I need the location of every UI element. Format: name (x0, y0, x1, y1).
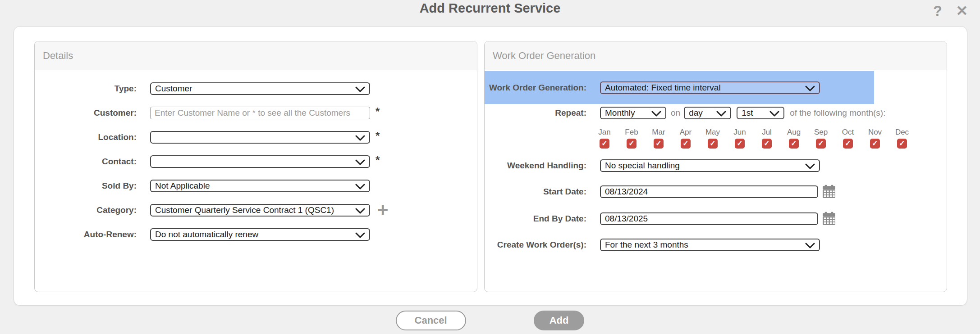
repeat-unit-select[interactable]: day (684, 107, 731, 119)
type-select-value: Customer (155, 83, 192, 94)
customer-input[interactable] (150, 107, 370, 119)
month-jan-checkbox[interactable]: ✓ (600, 139, 609, 149)
month-aug: Aug ✓ (780, 128, 807, 149)
month-apr: Apr ✓ (672, 128, 699, 149)
customer-label: Customer: (35, 107, 137, 119)
chevron-down-icon (355, 208, 365, 214)
month-nov-checkbox[interactable]: ✓ (870, 139, 880, 149)
month-sep: Sep ✓ (807, 128, 834, 149)
add-button[interactable]: Add (534, 311, 585, 330)
location-required-asterisk: * (376, 131, 380, 141)
repeat-frequency-value: Monthly (605, 108, 635, 118)
month-aug-checkbox[interactable]: ✓ (789, 139, 799, 149)
weekend-handling-select[interactable]: No special handling (600, 159, 820, 172)
month-apr-checkbox[interactable]: ✓ (681, 139, 691, 149)
wog-panel-header: Work Order Generation (485, 41, 947, 70)
start-date-label: Start Date: (485, 185, 586, 198)
month-sep-label: Sep (807, 128, 834, 137)
wog-generation-label: Work Order Generation: (485, 81, 586, 94)
type-select[interactable]: Customer (150, 82, 370, 95)
create-work-orders-select[interactable]: For the next 3 months (600, 239, 820, 251)
repeat-suffix-text: of the following month(s): (790, 107, 885, 119)
check-icon: ✓ (628, 140, 634, 147)
wog-highlight-band: Work Order Generation: Automated: Fixed … (485, 71, 874, 104)
auto-renew-select-value: Do not automatically renew (155, 229, 258, 240)
contact-label: Contact: (35, 155, 137, 168)
add-category-icon[interactable]: + (377, 204, 389, 216)
location-label: Location: (35, 131, 137, 144)
chevron-down-icon (355, 159, 365, 165)
type-label: Type: (35, 82, 137, 95)
month-nov: Nov ✓ (861, 128, 888, 149)
sold-by-select-value: Not Applicable (155, 181, 210, 191)
check-icon: ✓ (899, 140, 905, 147)
month-oct: Oct ✓ (834, 128, 861, 149)
chevron-down-icon (355, 184, 365, 190)
repeat-row: Repeat: Monthly on day 1st of the follow… (485, 107, 885, 119)
details-panel-header: Details (35, 41, 477, 70)
chevron-down-icon (355, 135, 365, 141)
check-icon: ✓ (710, 140, 715, 147)
help-icon[interactable]: ? (929, 2, 947, 20)
end-by-date-label: End By Date: (485, 212, 586, 225)
wog-generation-select-value: Automated: Fixed time interval (605, 82, 721, 93)
month-oct-label: Oct (834, 128, 861, 137)
month-mar-checkbox[interactable]: ✓ (654, 139, 664, 149)
chevron-down-icon (805, 243, 815, 248)
create-work-orders-label: Create Work Order(s): (485, 239, 586, 251)
details-panel: Details Type: Customer Customer: * Locat… (34, 41, 477, 292)
month-oct-checkbox[interactable]: ✓ (843, 139, 853, 149)
category-select[interactable]: Customer Quarterly Service Contract 1 (Q… (150, 204, 370, 217)
check-icon: ✓ (818, 140, 824, 147)
calendar-icon[interactable] (822, 212, 836, 226)
wog-generation-select[interactable]: Automated: Fixed time interval (600, 81, 820, 94)
calendar-icon[interactable] (822, 185, 836, 199)
month-dec-checkbox[interactable]: ✓ (897, 139, 907, 149)
end-by-date-input[interactable] (600, 212, 818, 225)
month-nov-label: Nov (861, 128, 888, 137)
page-title: Add Recurrent Service (0, 1, 980, 16)
check-icon: ✓ (601, 140, 607, 147)
location-row: Location: * (35, 131, 477, 144)
check-icon: ✓ (655, 140, 661, 147)
month-jan-label: Jan (591, 128, 618, 137)
start-date-input[interactable] (600, 185, 818, 198)
month-may-checkbox[interactable]: ✓ (708, 139, 718, 149)
month-sep-checkbox[interactable]: ✓ (816, 139, 826, 149)
month-aug-label: Aug (780, 128, 807, 137)
sold-by-row: Sold By: Not Applicable (35, 180, 477, 192)
month-feb: Feb ✓ (618, 128, 645, 149)
repeat-label: Repeat: (485, 107, 586, 119)
start-date-row: Start Date: (485, 185, 836, 199)
month-jun-checkbox[interactable]: ✓ (735, 139, 745, 149)
repeat-ordinal-select[interactable]: 1st (737, 107, 784, 119)
location-select[interactable] (150, 131, 370, 144)
month-may-label: May (699, 128, 726, 137)
month-dec: Dec ✓ (888, 128, 916, 149)
sold-by-select[interactable]: Not Applicable (150, 180, 370, 192)
repeat-unit-value: day (689, 108, 703, 118)
chevron-down-icon (805, 86, 815, 91)
auto-renew-select[interactable]: Do not automatically renew (150, 228, 370, 241)
auto-renew-label: Auto-Renew: (35, 228, 137, 241)
work-order-generation-panel: Work Order Generation Work Order Generat… (484, 41, 947, 292)
month-jul-checkbox[interactable]: ✓ (762, 139, 772, 149)
auto-renew-row: Auto-Renew: Do not automatically renew (35, 228, 477, 241)
check-icon: ✓ (845, 140, 851, 147)
contact-select[interactable] (150, 155, 370, 168)
category-select-value: Customer Quarterly Service Contract 1 (Q… (155, 205, 334, 216)
month-dec-label: Dec (888, 128, 916, 137)
check-icon: ✓ (682, 140, 688, 147)
customer-required-asterisk: * (376, 107, 380, 117)
chevron-down-icon (805, 163, 815, 169)
month-mar-label: Mar (645, 128, 672, 137)
contact-required-asterisk: * (376, 155, 380, 165)
cancel-button[interactable]: Cancel (396, 311, 466, 330)
month-feb-checkbox[interactable]: ✓ (627, 139, 637, 149)
month-jan: Jan ✓ (591, 128, 618, 149)
repeat-ordinal-value: 1st (742, 108, 753, 118)
chevron-down-icon (769, 111, 779, 117)
close-icon[interactable]: ✕ (953, 2, 971, 20)
contact-row: Contact: * (35, 155, 477, 168)
repeat-frequency-select[interactable]: Monthly (600, 107, 666, 119)
